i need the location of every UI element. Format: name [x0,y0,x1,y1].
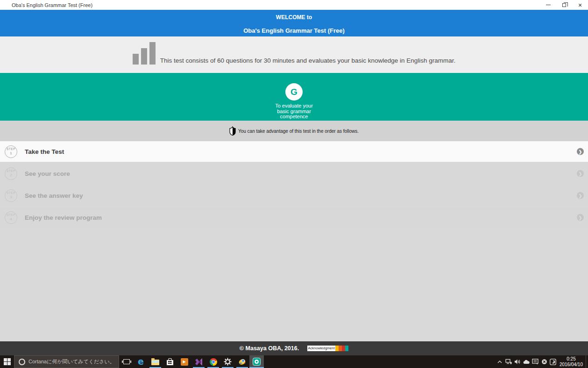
network-icon[interactable] [504,355,513,368]
minimize-button[interactable] [540,0,556,10]
system-tray: 0:25 2016/04/10 [496,355,588,368]
welcome-line1: WELCOME to [0,14,588,21]
onedrive-cloud-icon[interactable] [522,355,531,368]
title-bar: Oba's English Grammar Test (Free) × [0,0,588,10]
restore-icon [562,3,566,7]
task-view-button[interactable] [119,355,134,368]
taskbar-item-chrome[interactable] [206,355,220,368]
window-controls: × [540,0,588,10]
taskbar-item-edge[interactable]: e [134,355,148,368]
rocket-app-icon [238,358,246,366]
store-icon [167,360,173,365]
color-stripe-teal [345,346,348,351]
clock-date: 2016/04/10 [560,362,583,368]
step-3-badge: STEP3 [5,189,17,202]
intro-text: This test consists of 60 questions for 3… [160,57,456,65]
evaluate-text: To evaluate your basic grammar competenc… [275,103,313,120]
movies-tv-icon: ▶ [181,358,188,366]
cortana-icon [19,359,25,365]
copyright-text: © Masaya OBA, 2016. [240,345,299,352]
step-4-badge: STEP4 [5,211,17,224]
evaluate-section: G To evaluate your basic grammar compete… [0,73,588,121]
taskbar-item-visual-studio[interactable] [191,355,206,368]
intro-section: This test consists of 60 questions for 3… [0,36,588,73]
task-view-icon [123,359,130,364]
windows-logo-icon [4,358,11,365]
step-row-review-program: STEP4 Enjoy the review program ❯ [0,207,588,228]
notice-text: You can take advantage of this test in t… [238,129,359,134]
step-2-badge: STEP2 [5,167,17,180]
g-badge-icon: G [285,83,303,101]
show-desktop-button[interactable] [586,355,588,368]
taskbar-item-movies-tv[interactable]: ▶ [177,355,191,368]
chevron-right-icon: ❯ [577,192,584,199]
step-1-badge: STEP1 [5,145,17,158]
welcome-line2: Oba's English Grammar Test (Free) [0,27,588,34]
close-icon: × [578,2,582,8]
restore-button[interactable] [556,0,572,10]
acknowledgment-button[interactable]: Acknowledgment [307,346,335,351]
color-stripe-yellow [335,346,339,351]
ime-icon[interactable] [549,355,558,368]
step-row-take-the-test[interactable]: STEP1 Take the Test ❯ [0,141,588,162]
minimize-icon [546,5,551,5]
step-4-label: Enjoy the review program [25,214,102,221]
bar-chart-icon [133,42,156,65]
welcome-header: WELCOME to Oba's English Grammar Test (F… [0,10,588,36]
clock-time: 0:25 [560,356,583,362]
taskbar-item-grammar-test-active[interactable] [249,355,264,368]
app-window: Oba's English Grammar Test (Free) × WELC… [0,0,588,368]
step-row-see-your-score: STEP2 See your score ❯ [0,163,588,184]
taskbar-item-file-explorer[interactable] [148,355,163,368]
notice-section: You can take advantage of this test in t… [0,121,588,141]
start-button[interactable] [0,355,14,368]
settings-gear-icon [224,358,232,366]
cortana-search-placeholder: Cortanaに何か聞いてみてください。 [28,358,115,365]
chevron-right-icon: ❯ [577,170,584,177]
beginner-mark-icon [229,126,236,136]
color-stripe-red [342,346,345,351]
grammar-test-app-icon [253,358,261,366]
chrome-icon [210,358,217,366]
step-row-see-answer-key: STEP3 See the answer key ❯ [0,185,588,206]
close-button[interactable]: × [572,0,588,10]
chevron-right-icon: ❯ [577,214,584,221]
chevron-right-icon: ❯ [577,148,584,155]
color-stripe-orange [339,346,342,351]
footer: © Masaya OBA, 2016. Acknowledgment [0,341,588,355]
taskbar-clock[interactable]: 0:25 2016/04/10 [558,356,586,368]
cortana-search-input[interactable]: Cortanaに何か聞いてみてください。 [14,355,119,368]
step-1-label: Take the Test [25,148,64,155]
tray-chevron-up-icon[interactable] [496,355,504,368]
x-circle-icon[interactable] [540,355,549,368]
step-2-label: See your score [25,170,70,177]
taskbar-item-settings[interactable] [220,355,235,368]
action-center-icon[interactable] [531,355,540,368]
taskbar: Cortanaに何か聞いてみてください。 e ▶ [0,355,588,368]
visual-studio-icon [195,358,203,366]
taskbar-item-rocket-app[interactable] [235,355,249,368]
volume-icon[interactable] [513,355,522,368]
taskbar-item-store[interactable] [163,355,177,368]
step-list: STEP1 Take the Test ❯ STEP2 See your sco… [0,141,588,229]
window-title: Oba's English Grammar Test (Free) [12,2,92,8]
edge-icon: e [138,357,144,366]
file-explorer-icon [151,360,159,365]
step-3-label: See the answer key [25,192,83,199]
